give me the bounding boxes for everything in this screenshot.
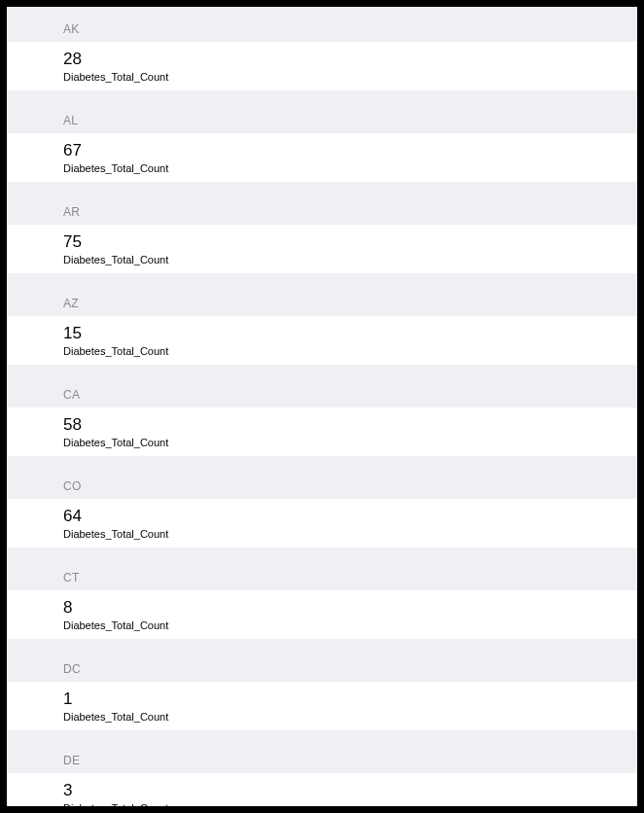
section-header: DE (7, 730, 637, 773)
section-header: CO (7, 456, 637, 499)
item-value: 1 (63, 689, 637, 709)
list-item[interactable]: 58 Diabetes_Total_Count (7, 407, 637, 456)
list-item[interactable]: 75 Diabetes_Total_Count (7, 225, 637, 273)
section-header: CT (7, 548, 637, 590)
item-value: 15 (63, 324, 637, 343)
section-header: AL (7, 90, 637, 133)
list-item[interactable]: 15 Diabetes_Total_Count (7, 316, 637, 365)
item-value: 64 (63, 507, 637, 526)
list-item[interactable]: 3 Diabetes_Total_Count (7, 773, 637, 806)
item-label: Diabetes_Total_Count (63, 802, 637, 806)
list-item[interactable]: 8 Diabetes_Total_Count (7, 590, 637, 639)
item-value: 28 (63, 50, 637, 69)
item-label: Diabetes_Total_Count (63, 711, 637, 723)
item-value: 8 (63, 598, 637, 618)
item-value: 75 (63, 232, 637, 252)
item-label: Diabetes_Total_Count (63, 528, 637, 540)
list-item[interactable]: 28 Diabetes_Total_Count (7, 42, 637, 90)
item-label: Diabetes_Total_Count (63, 437, 637, 448)
section-header: CA (7, 365, 637, 407)
list-item[interactable]: 1 Diabetes_Total_Count (7, 682, 637, 730)
list-item[interactable]: 67 Diabetes_Total_Count (7, 133, 637, 182)
item-value: 3 (63, 781, 637, 800)
item-label: Diabetes_Total_Count (63, 254, 637, 265)
item-value: 67 (63, 141, 637, 160)
item-label: Diabetes_Total_Count (63, 345, 637, 357)
item-label: Diabetes_Total_Count (63, 71, 637, 83)
item-label: Diabetes_Total_Count (63, 619, 637, 631)
list-item[interactable]: 64 Diabetes_Total_Count (7, 499, 637, 548)
section-header: AR (7, 182, 637, 225)
item-value: 58 (63, 415, 637, 435)
section-header: DC (7, 639, 637, 682)
content-frame: AK 28 Diabetes_Total_Count AL 67 Diabete… (7, 7, 637, 806)
section-header: AZ (7, 273, 637, 316)
item-label: Diabetes_Total_Count (63, 162, 637, 174)
list-container[interactable]: AK 28 Diabetes_Total_Count AL 67 Diabete… (7, 7, 637, 806)
section-header: AK (7, 7, 637, 42)
